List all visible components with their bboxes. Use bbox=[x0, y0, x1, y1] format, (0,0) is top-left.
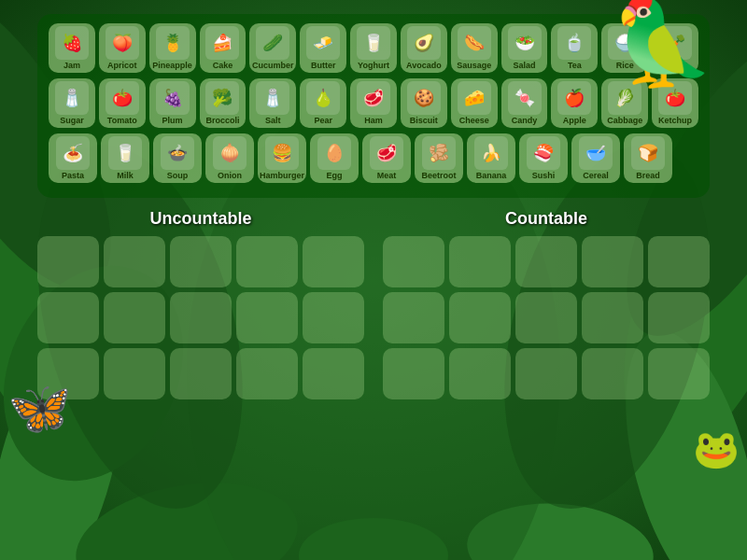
meat-label: Meat bbox=[377, 172, 397, 181]
drop-cell[interactable] bbox=[303, 236, 364, 287]
food-item-cake[interactable]: 🍰Cake bbox=[200, 23, 247, 73]
drop-cell[interactable] bbox=[648, 292, 710, 343]
drop-cell[interactable] bbox=[170, 348, 232, 399]
food-item-beetroot[interactable]: 🫚Beetroot bbox=[415, 133, 463, 183]
drop-cell[interactable] bbox=[303, 292, 364, 343]
jam-icon: 🍓 bbox=[55, 26, 89, 60]
beetroot-icon: 🫚 bbox=[422, 136, 456, 170]
food-item-broccoli[interactable]: 🥦Broccoli bbox=[200, 78, 247, 128]
sushi-icon: 🍣 bbox=[527, 136, 560, 170]
food-item-soup[interactable]: 🍲Soup bbox=[153, 133, 202, 183]
drop-cell[interactable] bbox=[383, 236, 444, 287]
food-item-egg[interactable]: 🥚Egg bbox=[310, 133, 359, 183]
food-item-apricot[interactable]: 🍑Apricot bbox=[99, 23, 146, 73]
drop-cell[interactable] bbox=[648, 348, 710, 399]
drop-cell[interactable] bbox=[582, 292, 643, 343]
food-item-hamburger[interactable]: 🍔Hamburger bbox=[258, 133, 306, 183]
food-item-meat[interactable]: 🥩Meat bbox=[362, 133, 411, 183]
salt-label: Salt bbox=[265, 117, 281, 126]
food-item-banana[interactable]: 🍌Banana bbox=[467, 133, 515, 183]
food-item-butter[interactable]: 🧈Butter bbox=[300, 23, 346, 73]
banana-icon: 🍌 bbox=[474, 136, 508, 170]
drop-cell[interactable] bbox=[236, 348, 298, 399]
sausage-icon: 🌭 bbox=[458, 26, 491, 60]
salad-icon: 🥗 bbox=[508, 26, 542, 60]
food-item-plum[interactable]: 🍇Plum bbox=[149, 78, 196, 128]
food-item-apple[interactable]: 🍎Apple bbox=[551, 78, 598, 128]
onion-icon: 🧅 bbox=[213, 136, 247, 170]
ketchup-label: Ketchup bbox=[658, 117, 692, 126]
drop-cell[interactable] bbox=[37, 236, 99, 287]
drop-cell[interactable] bbox=[104, 292, 165, 343]
food-item-avocado[interactable]: 🥑Avocado bbox=[401, 23, 447, 73]
drop-cell[interactable] bbox=[236, 292, 298, 343]
food-item-cheese[interactable]: 🧀Cheese bbox=[451, 78, 498, 128]
uncountable-drop-grid bbox=[37, 236, 364, 399]
apple-label: Apple bbox=[563, 117, 586, 126]
food-item-sausage[interactable]: 🌭Sausage bbox=[451, 23, 498, 73]
pineapple-icon: 🍍 bbox=[156, 26, 190, 60]
food-item-salad[interactable]: 🥗Salad bbox=[501, 23, 548, 73]
food-item-tomato[interactable]: 🍅Tomato bbox=[99, 78, 146, 128]
drop-cell[interactable] bbox=[449, 236, 511, 287]
tomato-icon: 🍅 bbox=[106, 81, 139, 115]
drop-cell[interactable] bbox=[170, 236, 232, 287]
drop-cell[interactable] bbox=[383, 348, 444, 399]
hamburger-label: Hamburger bbox=[260, 172, 304, 181]
food-item-candy[interactable]: 🍬Candy bbox=[501, 78, 548, 128]
drop-cell[interactable] bbox=[170, 292, 232, 343]
drop-cell[interactable] bbox=[515, 292, 577, 343]
food-item-biscuit[interactable]: 🍪Biscuit bbox=[401, 78, 447, 128]
food-item-jam[interactable]: 🍓Jam bbox=[49, 23, 95, 73]
food-item-pear[interactable]: 🍐Pear bbox=[300, 78, 346, 128]
hamburger-icon: 🍔 bbox=[265, 136, 299, 170]
banana-label: Banana bbox=[476, 172, 507, 181]
drop-cell[interactable] bbox=[303, 348, 364, 399]
plum-label: Plum bbox=[162, 117, 183, 126]
drop-cell[interactable] bbox=[236, 236, 298, 287]
food-item-milk[interactable]: 🥛Milk bbox=[101, 133, 149, 183]
drop-cell[interactable] bbox=[383, 292, 444, 343]
food-item-pineapple[interactable]: 🍍Pineapple bbox=[149, 23, 196, 73]
butter-icon: 🧈 bbox=[306, 26, 340, 60]
pasta-icon: 🍝 bbox=[56, 136, 90, 170]
food-item-cereal[interactable]: 🥣Cereal bbox=[571, 133, 620, 183]
drop-cell[interactable] bbox=[582, 348, 643, 399]
pear-icon: 🍐 bbox=[306, 81, 340, 115]
food-row-2: 🧂Sugar🍅Tomato🍇Plum🥦Broccoli🧂Salt🍐Pear🥩Ha… bbox=[49, 78, 698, 128]
drop-cell[interactable] bbox=[449, 348, 511, 399]
food-item-salt[interactable]: 🧂Salt bbox=[249, 78, 296, 128]
drop-cell[interactable] bbox=[449, 292, 511, 343]
drop-cell[interactable] bbox=[648, 236, 710, 287]
food-item-tea[interactable]: 🍵Tea bbox=[551, 23, 598, 73]
soup-label: Soup bbox=[167, 172, 189, 181]
meat-icon: 🥩 bbox=[370, 136, 403, 170]
egg-label: Egg bbox=[327, 172, 343, 181]
drop-cell[interactable] bbox=[37, 292, 99, 343]
drop-cell[interactable] bbox=[515, 236, 577, 287]
drop-cell[interactable] bbox=[104, 348, 165, 399]
sugar-label: Sugar bbox=[60, 117, 84, 126]
salad-label: Salad bbox=[514, 62, 536, 71]
cabbage-label: Cabbage bbox=[607, 117, 642, 126]
food-item-cucumber[interactable]: 🥒Cucumber bbox=[249, 23, 296, 73]
food-item-bread[interactable]: 🍞Bread bbox=[624, 133, 672, 183]
food-item-pasta[interactable]: 🍝Pasta bbox=[49, 133, 97, 183]
cheese-icon: 🧀 bbox=[458, 81, 491, 115]
food-item-sushi[interactable]: 🍣Sushi bbox=[519, 133, 568, 183]
drop-cell[interactable] bbox=[582, 236, 643, 287]
food-item-onion[interactable]: 🧅Onion bbox=[205, 133, 254, 183]
yoghurt-icon: 🥛 bbox=[357, 26, 390, 60]
food-item-sugar[interactable]: 🧂Sugar bbox=[49, 78, 95, 128]
candy-label: Candy bbox=[512, 117, 538, 126]
beetroot-label: Beetroot bbox=[421, 172, 456, 181]
food-item-yoghurt[interactable]: 🥛Yoghurt bbox=[350, 23, 397, 73]
tea-label: Tea bbox=[568, 62, 582, 71]
drop-cell[interactable] bbox=[515, 348, 577, 399]
food-item-ham[interactable]: 🥩Ham bbox=[350, 78, 397, 128]
drop-cell[interactable] bbox=[104, 236, 165, 287]
countable-title: Countable bbox=[383, 209, 710, 229]
tea-icon: 🍵 bbox=[557, 26, 591, 60]
cereal-icon: 🥣 bbox=[579, 136, 613, 170]
biscuit-icon: 🍪 bbox=[407, 81, 441, 115]
